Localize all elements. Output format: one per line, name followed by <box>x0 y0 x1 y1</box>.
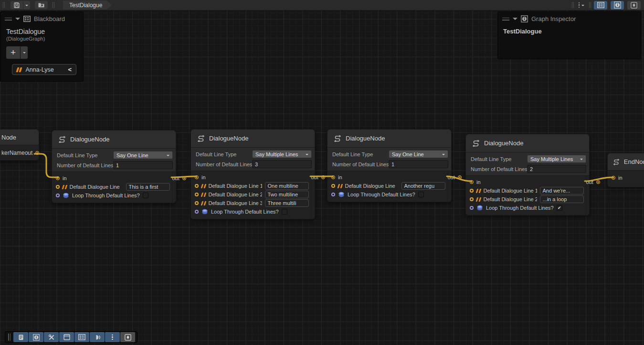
chevron-down-icon <box>306 154 308 157</box>
dialogue-line-port[interactable] <box>195 184 199 188</box>
blackboard-field-anna-lyse[interactable]: Anna-Lyse < <box>12 64 76 75</box>
toolbar-grip[interactable] <box>53 2 54 8</box>
blackboard-button[interactable] <box>74 332 89 342</box>
num-lines-field[interactable]: 3 <box>252 160 312 168</box>
num-lines-label: Number of Default Lines <box>196 162 252 167</box>
foldout-triangle-icon[interactable] <box>15 18 20 22</box>
in-port-label: in <box>476 179 481 185</box>
quote-icon <box>476 189 481 193</box>
start-node[interactable]: Node kerName out <box>0 129 39 161</box>
add-field-button[interactable]: + <box>6 46 20 59</box>
floppy-disk-icon <box>13 2 20 9</box>
line-type-value: Say Multiple Lines <box>530 156 573 162</box>
flame-icon <box>125 334 131 341</box>
node-title: DialogueNode <box>191 129 315 148</box>
add-field-dropdown[interactable] <box>21 46 28 59</box>
line-type-dropdown[interactable]: Say One Line <box>113 151 173 159</box>
dialogue-node-2[interactable]: DialogueNode Default Line Type Say Multi… <box>190 129 315 219</box>
quote-icon <box>201 184 206 188</box>
toggle-flame-button[interactable] <box>627 1 641 10</box>
bottom-toolbar <box>5 331 137 343</box>
wrench-screwdriver-icon <box>48 334 55 341</box>
tools-button[interactable] <box>44 332 59 342</box>
window-icon <box>63 334 70 340</box>
num-lines-field[interactable]: 1 <box>113 161 173 169</box>
loop-port[interactable] <box>470 206 474 210</box>
dialogue-line-field[interactable]: One multiline <box>265 182 309 190</box>
start-node-title: Node <box>0 129 39 145</box>
dialogue-line-field[interactable]: ...in a loop <box>540 195 584 203</box>
line-type-label: Default Line Type <box>57 152 113 158</box>
kebab-menu-icon <box>112 334 113 340</box>
dialogue-node-4[interactable]: DialogueNode Default Line Type Say Multi… <box>465 134 590 216</box>
dialogue-preview-button[interactable] <box>90 332 105 342</box>
graph-inspector-panel[interactable]: Graph Inspector TestDialogue <box>497 11 641 59</box>
dialogue-line-port[interactable] <box>56 185 60 189</box>
blackboard-panel[interactable]: Blackboard TestDialogue (DialogueGraph) … <box>0 11 84 82</box>
dialogue-line-port[interactable] <box>195 201 199 205</box>
dialogue-line-port[interactable] <box>331 184 335 188</box>
window-button[interactable] <box>59 332 74 342</box>
drag-handle-icon[interactable] <box>502 18 509 21</box>
loop-label: Loop Through Default Lines? <box>72 193 140 198</box>
dialogue-line-field[interactable]: Three multili <box>265 199 309 207</box>
in-port-label: in <box>618 175 623 181</box>
dialogue-line-port[interactable] <box>195 193 199 196</box>
inspector-graph-name: TestDialogue <box>498 25 641 35</box>
info-icon <box>614 1 621 9</box>
dialogue-node-3[interactable]: DialogueNode Default Line Type Say One L… <box>327 129 452 202</box>
toolbar-grip[interactable] <box>8 334 11 341</box>
line-type-dropdown[interactable]: Say Multiple Lines <box>252 150 312 158</box>
line-type-value: Say One Line <box>116 152 148 158</box>
loop-checkbox[interactable] <box>418 192 424 197</box>
flow-icon <box>58 136 66 143</box>
loop-checkbox[interactable] <box>143 193 148 198</box>
flame-button[interactable] <box>120 332 135 342</box>
notes-button[interactable] <box>13 332 28 342</box>
graph-editor-canvas[interactable]: Node kerName out DialogueNode Default Li… <box>0 0 644 345</box>
loop-label: Loop Through Default Lines? <box>211 209 279 215</box>
collapse-chevron-icon[interactable]: < <box>68 66 72 73</box>
toggle-inspector-button[interactable] <box>611 1 624 10</box>
dialogue-line-port[interactable] <box>470 189 474 193</box>
toolbar-grip[interactable] <box>572 2 574 8</box>
num-lines-field[interactable]: 2 <box>527 165 586 173</box>
loop-port[interactable] <box>195 210 199 214</box>
dialogue-node-1[interactable]: DialogueNode Default Line Type Say One L… <box>52 130 176 203</box>
out-port[interactable] <box>596 180 600 184</box>
line-type-dropdown[interactable]: Say One Line <box>389 150 448 158</box>
node-title-label: EndNode <box>624 158 644 165</box>
toolbar-grip[interactable] <box>589 2 591 8</box>
dialogue-line-field[interactable]: And we're... <box>540 187 584 194</box>
blackboard-graph-type: (DialogueGraph) <box>0 35 83 42</box>
breadcrumb-tab-testdialogue[interactable]: TestDialogue <box>63 0 112 10</box>
line-type-label: Default Line Type <box>332 151 389 157</box>
num-lines-field[interactable]: 1 <box>389 160 448 168</box>
chevron-down-icon <box>442 154 445 157</box>
drag-handle-icon[interactable] <box>5 18 12 21</box>
dialogue-line-field[interactable]: This is a first <box>126 183 170 191</box>
top-toolbar: TestDialogue <box>0 0 644 11</box>
blackboard-icon <box>23 16 31 22</box>
end-node[interactable]: EndNode in <box>607 153 644 187</box>
foldout-triangle-icon[interactable] <box>513 18 517 22</box>
loop-port[interactable] <box>331 193 335 196</box>
dialogue-line-field[interactable]: Two multiline <box>265 191 309 198</box>
loop-checkbox[interactable] <box>282 209 287 215</box>
dialogue-line-field[interactable]: Another regu <box>401 182 445 190</box>
save-button[interactable] <box>11 1 23 9</box>
more-options-button[interactable] <box>577 2 587 8</box>
inspector-button[interactable] <box>29 332 43 342</box>
toggle-blackboard-button[interactable] <box>594 1 607 10</box>
dialogue-line-label: Default Dialogue Line 2 <box>484 196 537 202</box>
open-asset-button[interactable] <box>35 1 48 9</box>
line-type-dropdown[interactable]: Say Multiple Lines <box>527 155 586 163</box>
save-dropdown-button[interactable] <box>23 1 30 9</box>
quote-icon <box>476 197 481 202</box>
loop-checkbox[interactable]: ✔ <box>557 205 562 211</box>
chevron-down-icon <box>25 5 28 8</box>
loop-port[interactable] <box>56 194 60 197</box>
dialogue-line-port[interactable] <box>470 197 474 201</box>
more-options-button[interactable] <box>105 332 120 342</box>
toolbar-grip[interactable] <box>3 2 5 8</box>
